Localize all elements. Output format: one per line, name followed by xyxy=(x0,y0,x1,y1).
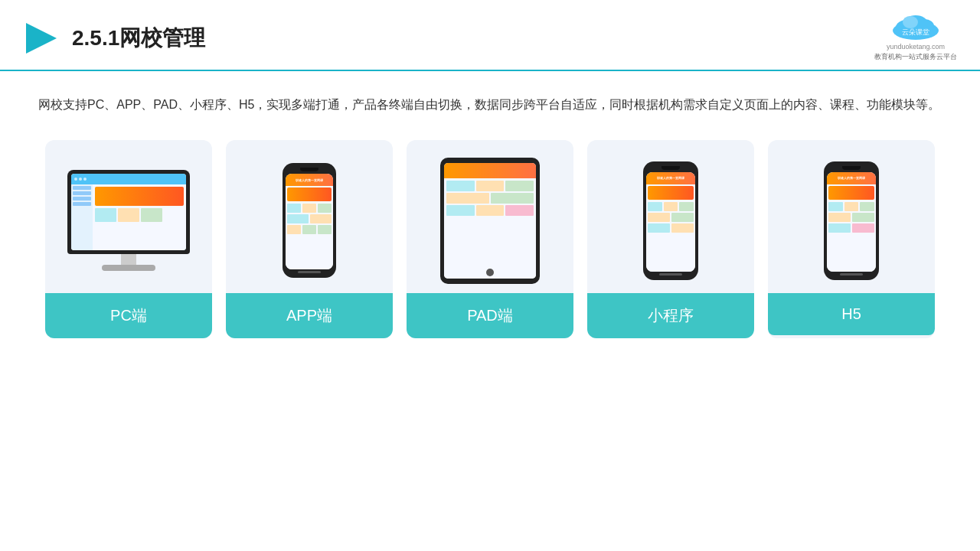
svg-text:云朵课堂: 云朵课堂 xyxy=(902,28,929,36)
header: 2.5.1网校管理 云朵课堂 yunduoketang.com 教育机构一站式服… xyxy=(0,0,980,71)
logo-icon: 云朵课堂 xyxy=(885,14,946,41)
card-miniprogram-label: 小程序 xyxy=(587,293,754,338)
cards-row: PC端 职途人的第一堂网课 xyxy=(38,140,942,338)
card-pad-image xyxy=(407,140,573,293)
logo-area: 云朵课堂 yunduoketang.com 教育机构一站式服务云平台 xyxy=(874,14,957,62)
card-h5-image: 职途人的第一堂网课 xyxy=(768,140,935,293)
card-miniprogram-image: 职途人的第一堂网课 xyxy=(587,140,754,293)
phone-mockup-app: 职途人的第一堂网课 xyxy=(283,163,336,278)
logo-url: yunduoketang.com xyxy=(887,43,945,51)
card-pc: PC端 xyxy=(45,140,212,338)
card-pad-label: PAD端 xyxy=(407,293,573,338)
svg-point-5 xyxy=(903,16,918,28)
header-left: 2.5.1网校管理 xyxy=(23,20,205,57)
card-h5-label: H5 xyxy=(768,293,935,335)
card-app-label: APP端 xyxy=(226,293,393,338)
main-content: 网校支持PC、APP、PAD、小程序、H5，实现多端打通，产品各终端自由切换，数… xyxy=(0,71,980,354)
card-pad: PAD端 xyxy=(407,140,573,338)
card-pc-label: PC端 xyxy=(45,293,212,338)
card-app: 职途人的第一堂网课 xyxy=(226,140,393,338)
card-miniprogram: 职途人的第一堂网课 xyxy=(587,140,754,338)
pc-mockup xyxy=(67,170,190,271)
description-text: 网校支持PC、APP、PAD、小程序、H5，实现多端打通，产品各终端自由切换，数… xyxy=(38,93,942,117)
card-pc-image xyxy=(45,140,212,293)
svg-marker-0 xyxy=(26,23,57,54)
card-app-image: 职途人的第一堂网课 xyxy=(226,140,393,293)
play-icon xyxy=(23,20,60,57)
card-h5: 职途人的第一堂网课 xyxy=(768,140,935,338)
phone-mockup-h5: 职途人的第一堂网课 xyxy=(824,161,879,280)
page-title: 2.5.1网校管理 xyxy=(72,24,205,53)
logo-slogan: 教育机构一站式服务云平台 xyxy=(874,52,957,62)
pad-mockup xyxy=(440,158,540,284)
phone-mockup-mini: 职途人的第一堂网课 xyxy=(643,161,698,280)
